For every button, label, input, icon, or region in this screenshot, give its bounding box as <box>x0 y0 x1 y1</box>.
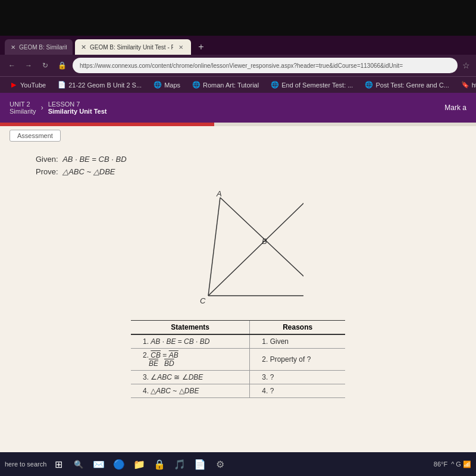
breadcrumb-lesson: LESSON 7 Similarity Unit Test <box>48 101 107 115</box>
browser-chrome: ✕ GEOM B: Similarity... ✕ GEOM B: Simila… <box>0 36 476 93</box>
back-button[interactable]: ← <box>6 60 18 71</box>
bookmark-youtube-label: YouTube <box>20 82 46 89</box>
taskbar-windows-icon[interactable]: ⊞ <box>50 456 67 472</box>
taskbar-files-icon[interactable]: 📄 <box>192 456 208 472</box>
progress-bar-fill <box>0 123 214 126</box>
taskbar-edge-icon[interactable]: 🔵 <box>111 456 127 472</box>
reason-1: 1. Given <box>250 334 345 349</box>
breadcrumb-unit: UNIT 2 Similarity <box>10 101 36 115</box>
taskbar-search-icon[interactable]: 🔍 <box>70 456 87 472</box>
bookmark-post[interactable]: 🌐 Post Test: Genre and C... <box>360 79 453 92</box>
prove-statement: △ABC ~ △DBE <box>62 167 115 176</box>
tab-inactive-label: GEOM B: Similarity... <box>19 44 67 51</box>
tab-close-icon[interactable]: ✕ <box>11 44 15 51</box>
statement-3: 3. ∠ABC ≅ ∠DBE <box>131 371 250 384</box>
reasons-header: Reasons <box>250 321 345 335</box>
svg-text:B: B <box>262 237 267 246</box>
reload-button[interactable]: ↻ <box>39 60 51 71</box>
statement-1: 1. AB · BE = CB · BD <box>131 334 250 349</box>
taskbar-mail-icon[interactable]: ✉️ <box>90 456 107 472</box>
unit-label: UNIT 2 <box>10 101 36 108</box>
url-text: https://www.connexus.com/content/chrome/… <box>80 62 403 69</box>
problem-content: Given: AB · BE = CB · BD Prove: △ABC ~ △… <box>0 145 476 476</box>
bookmark-eos[interactable]: 🌐 End of Semester Test: ... <box>266 79 358 92</box>
taskbar-right: 86°F ^ G 📶 <box>434 461 471 468</box>
prove-label: Prove: <box>36 167 58 176</box>
mark-button[interactable]: Mark a <box>444 104 466 112</box>
lesson-header: UNIT 2 Similarity › LESSON 7 Similarity … <box>0 93 476 123</box>
diagram-area: A D B C E <box>36 186 440 311</box>
given-label: Given: <box>36 155 58 164</box>
bookmark-youtube[interactable]: ▶ YouTube <box>5 79 51 92</box>
prove-text: Prove: △ABC ~ △DBE <box>36 167 440 176</box>
tab-close-button[interactable]: ✕ <box>177 43 185 51</box>
bookmarks-bar: ▶ YouTube 📄 21-22 Geom B Unit 2 S... 🌐 M… <box>0 76 476 93</box>
doc-icon: 📄 <box>58 81 66 89</box>
bookmark-star[interactable]: ☆ <box>462 61 470 70</box>
table-row: 1. AB · BE = CB · BD 1. Given <box>131 334 345 349</box>
bookmark-geom[interactable]: 📄 21-22 Geom B Unit 2 S... <box>53 79 146 92</box>
youtube-icon: ▶ <box>10 81 18 89</box>
bookmark-eschool-label: https://eschoolprep.g... <box>472 82 476 89</box>
svg-line-1 <box>220 198 303 296</box>
roman-icon: 🌐 <box>192 81 201 89</box>
tab-inactive[interactable]: ✕ GEOM B: Similarity... <box>5 39 73 55</box>
assessment-tab-area: Assessment <box>0 126 476 145</box>
tab-favicon: ✕ <box>81 43 86 51</box>
breadcrumb-arrow: › <box>41 104 43 112</box>
taskbar-music-icon[interactable]: 🎵 <box>171 456 188 472</box>
progress-bar-container <box>0 123 476 126</box>
eschool-icon: 🔖 <box>461 81 469 89</box>
assessment-tab[interactable]: Assessment <box>10 130 61 142</box>
taskbar-lock-icon[interactable]: 🔒 <box>151 456 168 472</box>
bookmark-roman[interactable]: 🌐 Roman Art: Tutorial <box>187 79 264 92</box>
screen-content: UNIT 2 Similarity › LESSON 7 Similarity … <box>0 93 476 476</box>
svg-line-2 <box>208 198 303 296</box>
maps-icon: 🌐 <box>154 81 162 89</box>
geometry-diagram: A D B C E <box>173 186 303 311</box>
lesson-label: LESSON 7 <box>48 101 107 108</box>
taskbar-settings-icon[interactable]: ⚙ <box>212 456 228 472</box>
table-row: 4. △ABC ~ △DBE 4. ? <box>131 384 345 398</box>
lesson-name: Similarity Unit Test <box>48 108 107 115</box>
bookmark-eos-label: End of Semester Test: ... <box>281 82 353 89</box>
table-row: 3. ∠ABC ≅ ∠DBE 3. ? <box>131 371 345 384</box>
eos-icon: 🌐 <box>271 81 279 89</box>
url-input[interactable]: https://www.connexus.com/content/chrome/… <box>73 58 458 73</box>
proof-table-container: Statements Reasons 1. AB · BE = CB · BD … <box>36 320 440 398</box>
lock-icon: 🔒 <box>56 60 68 71</box>
tab-active[interactable]: ✕ GEOM B: Similarity Unit Test - P... ✕ <box>75 39 191 55</box>
taskbar: here to search ⊞ 🔍 ✉️ 🔵 📁 🔒 🎵 📄 ⚙ 86°F ^… <box>0 452 476 476</box>
reason-4: 4. ? <box>250 384 345 398</box>
bookmark-eschool[interactable]: 🔖 https://eschoolprep.g... <box>456 79 476 92</box>
bookmark-geom-label: 21-22 Geom B Unit 2 S... <box>68 82 142 89</box>
system-tray: ^ G 📶 <box>451 461 471 468</box>
bookmark-maps[interactable]: 🌐 Maps <box>149 79 185 92</box>
statement-2: 2. CB = AB BE BD <box>131 349 250 371</box>
proof-table: Statements Reasons 1. AB · BE = CB · BD … <box>131 320 345 398</box>
laptop-bezel <box>0 0 476 36</box>
reason-2: 2. Property of ? <box>250 349 345 371</box>
new-tab-button[interactable]: + <box>193 39 209 55</box>
table-row: 2. CB = AB BE BD 2. Property of ? <box>131 349 345 371</box>
unit-name: Similarity <box>10 108 36 115</box>
statements-header: Statements <box>131 321 250 335</box>
temperature-display: 86°F <box>434 461 447 468</box>
address-bar: ← → ↻ 🔒 https://www.connexus.com/content… <box>0 55 476 76</box>
svg-text:A: A <box>216 189 222 198</box>
svg-text:C: C <box>200 296 206 305</box>
tab-active-label: GEOM B: Similarity Unit Test - P... <box>90 44 173 51</box>
given-equation: AB · BE = CB · BD <box>62 155 126 164</box>
statement-4: 4. △ABC ~ △DBE <box>131 384 250 398</box>
post-icon: 🌐 <box>365 81 373 89</box>
tab-bar: ✕ GEOM B: Similarity... ✕ GEOM B: Simila… <box>0 36 476 55</box>
taskbar-search-text: here to search <box>5 461 46 468</box>
bookmark-maps-label: Maps <box>164 82 180 89</box>
bookmark-roman-label: Roman Art: Tutorial <box>203 82 259 89</box>
svg-line-0 <box>208 198 220 296</box>
reason-3: 3. ? <box>250 371 345 384</box>
forward-button[interactable]: → <box>23 60 35 71</box>
taskbar-folder-icon[interactable]: 📁 <box>131 456 148 472</box>
bookmark-post-label: Post Test: Genre and C... <box>375 82 449 89</box>
given-text: Given: AB · BE = CB · BD <box>36 155 440 164</box>
